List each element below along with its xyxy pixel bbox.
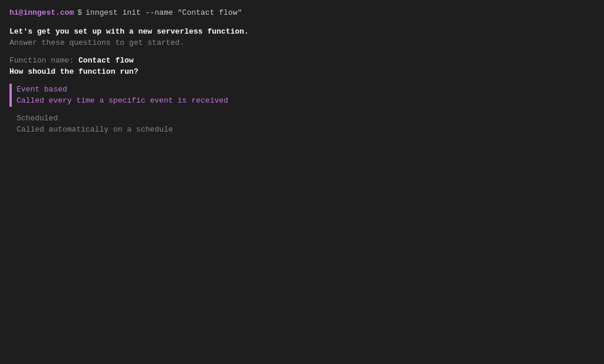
option-scheduled[interactable]: Scheduled Called automatically on a sche… [9,113,595,136]
option-content-scheduled: Scheduled Called automatically on a sche… [17,113,173,136]
option-content-event-based: Event based Called every time a specific… [17,84,228,107]
options-container: Event based Called every time a specific… [9,84,595,136]
prompt-user: hi@inngest.com [9,7,74,19]
intro-section: Let's get you set up with a new serverle… [9,26,595,49]
option-desc-event-based: Called every time a specific event is re… [17,95,228,107]
intro-normal-line: Answer these questions to get started. [9,37,595,49]
option-selector-event-based [9,84,12,107]
function-name-value: Contact flow [78,56,134,65]
prompt-command: inngest init --name "Contact flow" [86,7,242,19]
intro-bold-line: Let's get you set up with a new serverle… [9,26,595,38]
option-title-scheduled: Scheduled [17,113,173,124]
option-title-event-based: Event based [17,84,228,96]
option-selector-scheduled [9,113,12,136]
terminal: hi@inngest.com $ inngest init --name "Co… [0,0,604,364]
function-label: Function name: [9,56,78,65]
option-desc-scheduled: Called automatically on a schedule [17,124,173,136]
function-name-line: Function name: Contact flow [9,55,595,67]
option-event-based[interactable]: Event based Called every time a specific… [9,84,595,107]
question-line: How should the function run? [9,66,595,78]
prompt-dollar: $ [77,7,82,19]
prompt-line: hi@inngest.com $ inngest init --name "Co… [9,7,595,19]
